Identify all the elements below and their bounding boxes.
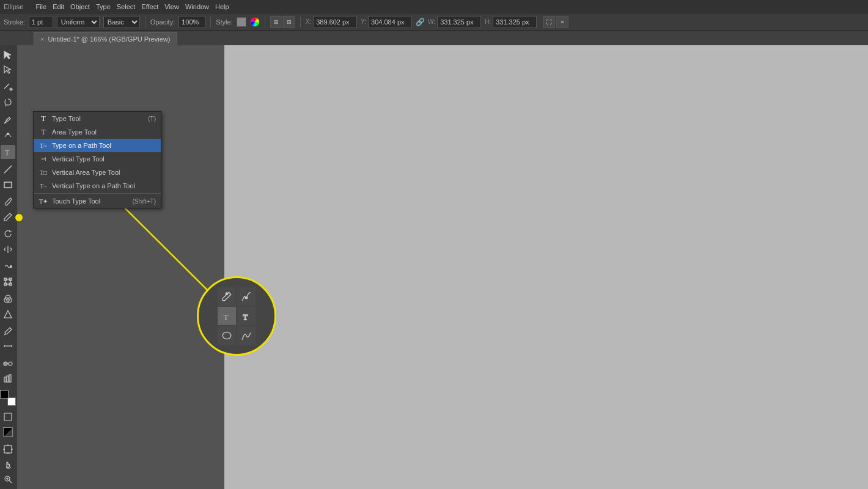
touch-type-icon: T✦ [39, 196, 48, 206]
align-btn-2[interactable]: ⊟ [283, 16, 295, 28]
curvature-tool-btn[interactable] [1, 127, 15, 142]
menu-item-area-type[interactable]: T Area Type Tool [34, 125, 161, 139]
menu-item-vertical-area-type[interactable]: T□ Vertical Area Type Tool [34, 166, 161, 179]
direct-selection-tool-btn[interactable] [1, 63, 15, 78]
paintbrush-tool-btn[interactable] [1, 194, 15, 209]
menu-item-vertical-type-path[interactable]: T~ Vertical Type on a Path Tool [34, 179, 161, 193]
menu-item-touch-type[interactable]: T✦ Touch Type Tool (Shift+T) [34, 194, 161, 208]
zoom-pen-tool [218, 287, 236, 306]
x-input[interactable] [313, 16, 357, 28]
document-tab[interactable]: × Untitled-1* @ 166% (RGB/GPU Preview) [34, 32, 177, 45]
menu-object[interactable]: Object [68, 2, 92, 12]
canvas-area: T Type Tool (T) T Area Type Tool T~ Type… [17, 45, 868, 489]
pen-tool-btn[interactable] [1, 112, 15, 127]
svg-rect-14 [9, 283, 12, 285]
w-input[interactable] [437, 16, 481, 28]
reflect-tool-btn[interactable] [1, 242, 15, 257]
area-type-icon: T [39, 127, 48, 137]
zoom-tool-btn[interactable] [1, 472, 15, 487]
foreground-color-swatch[interactable] [0, 390, 9, 399]
color-swatches[interactable] [0, 390, 16, 405]
link-proportions-icon[interactable]: 🔗 [416, 18, 424, 26]
zoom-circle-inner: T T [199, 278, 274, 354]
vertical-type-path-icon: T~ [39, 181, 48, 191]
menu-divider [34, 193, 161, 194]
menu-item-type-tool-shortcut: (T) [148, 116, 156, 122]
zoom-tool-4: T [237, 307, 256, 325]
svg-rect-29 [4, 413, 12, 421]
svg-text:T: T [223, 312, 229, 322]
measure-btn[interactable] [1, 339, 15, 354]
svg-line-3 [6, 119, 7, 120]
style-label: Style: [216, 18, 233, 26]
line-segment-tool-btn[interactable] [1, 162, 15, 177]
perspective-grid-btn[interactable] [1, 307, 15, 322]
zoom-curve-tool [237, 287, 256, 306]
tab-close-btn[interactable]: × [40, 35, 44, 43]
h-input[interactable] [493, 16, 537, 28]
menu-window[interactable]: Window [183, 2, 211, 12]
menu-select[interactable]: Select [114, 2, 138, 12]
pencil-tool-btn[interactable] [1, 210, 15, 224]
menu-view[interactable]: View [162, 2, 182, 12]
background-color-swatch[interactable] [7, 397, 16, 406]
menu-help[interactable]: Help [213, 2, 232, 12]
selection-tool-btn[interactable] [1, 48, 15, 62]
constrain-btn[interactable]: ⛶ [543, 16, 555, 28]
rotate-tool-btn[interactable] [1, 227, 15, 241]
svg-point-39 [226, 293, 227, 295]
h-coord-group: H: [485, 16, 537, 28]
svg-line-36 [9, 480, 12, 483]
stroke-type-select[interactable]: Uniform [57, 16, 100, 28]
tab-bar: × Untitled-1* @ 166% (RGB/GPU Preview) [0, 31, 868, 45]
y-input[interactable] [368, 16, 412, 28]
lasso-tool-btn[interactable] [1, 95, 15, 109]
w-coord-group: W: [428, 16, 481, 28]
normal-mode-btn[interactable] [1, 410, 15, 425]
ellipse-svg [224, 45, 408, 137]
align-btn-1[interactable]: ⊞ [270, 16, 282, 28]
free-transform-btn[interactable] [1, 274, 15, 289]
x-label: X: [306, 18, 311, 25]
hand-tool-btn[interactable] [1, 457, 15, 472]
svg-point-43 [223, 332, 231, 339]
svg-rect-13 [4, 283, 7, 285]
type-on-path-icon: T~ [39, 141, 48, 150]
stroke-style-select[interactable]: Basic [103, 16, 140, 28]
svg-rect-11 [4, 278, 7, 281]
vertical-type-icon: T [39, 154, 48, 164]
align-buttons: ⊞ ⊟ [270, 16, 295, 28]
menu-type[interactable]: Type [94, 2, 113, 12]
stroke-label: Stroke: [4, 18, 25, 26]
more-options-btn[interactable]: ≡ [556, 16, 568, 28]
svg-line-19 [4, 334, 5, 335]
style-swatch[interactable] [237, 17, 246, 27]
menu-item-touch-type-shortcut: (Shift+T) [132, 198, 156, 205]
y-coord-group: Y: [361, 16, 412, 28]
eyedropper-btn[interactable] [1, 324, 15, 339]
menu-item-type-on-path[interactable]: T~ Type on a Path Tool [34, 139, 161, 152]
menu-effect[interactable]: Effect [139, 2, 161, 12]
menu-item-vertical-type[interactable]: T Vertical Type Tool [34, 152, 161, 166]
blend-tool-btn[interactable] [1, 356, 15, 371]
shape-builder-btn[interactable] [1, 292, 15, 306]
app-label: Ellipse [4, 3, 23, 10]
rectangle-tool-btn[interactable] [1, 177, 15, 192]
menu-item-type-tool[interactable]: T Type Tool (T) [34, 112, 161, 125]
warp-tool-btn[interactable] [1, 259, 15, 274]
menu-file[interactable]: File [33, 2, 49, 12]
fill-icon[interactable] [1, 425, 15, 439]
svg-rect-26 [4, 377, 6, 382]
stroke-value-input[interactable] [29, 16, 53, 28]
main-layout: T [0, 45, 868, 489]
magic-wand-btn[interactable] [1, 80, 15, 95]
menu-edit[interactable]: Edit [50, 2, 67, 12]
svg-line-1 [10, 89, 12, 90]
opacity-input[interactable] [178, 16, 205, 28]
menu-item-touch-type-label: Touch Type Tool [52, 197, 128, 205]
type-tool-btn[interactable]: T [1, 145, 15, 160]
svg-rect-12 [9, 278, 12, 281]
menu-item-vertical-type-path-label: Vertical Type on a Path Tool [52, 182, 152, 189]
column-graph-btn[interactable] [1, 372, 15, 386]
artboard-tool-btn[interactable] [1, 443, 15, 457]
